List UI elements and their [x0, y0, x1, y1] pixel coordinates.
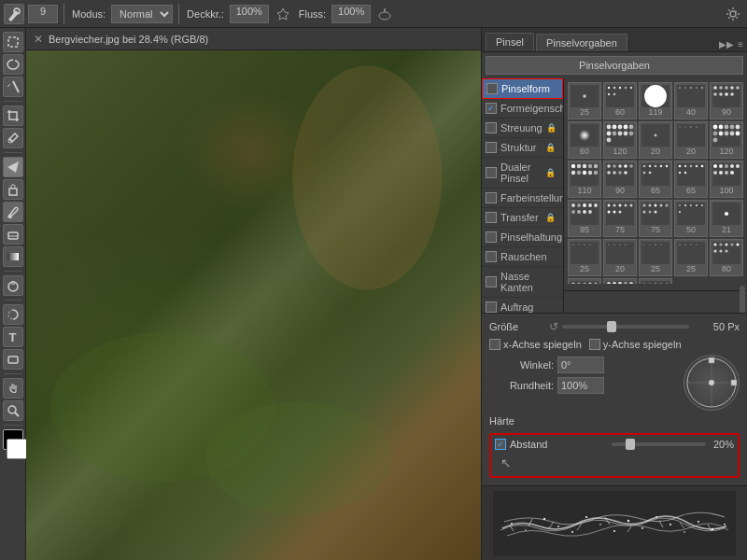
background-color[interactable]: [7, 439, 27, 459]
thumb-size-7: 20: [651, 147, 660, 156]
x-mirror-checkbox[interactable]: [489, 339, 500, 350]
settings-icon[interactable]: [723, 4, 743, 24]
tool-brush[interactable]: [3, 202, 23, 222]
brush-item-check-1[interactable]: ✓: [486, 103, 497, 114]
brush-thumb-8[interactable]: 20: [674, 121, 708, 159]
brush-item-check-2[interactable]: [486, 122, 497, 133]
brush-list-item-6[interactable]: Transfer🔒: [482, 208, 563, 228]
brush-thumb-11[interactable]: 90: [603, 161, 637, 198]
angle-input[interactable]: [557, 357, 604, 373]
spacing-checkbox[interactable]: ✓: [495, 439, 506, 450]
brush-thumb-5[interactable]: 60: [568, 121, 601, 159]
svg-point-113: [725, 171, 728, 175]
brush-item-lock-6: 🔒: [545, 213, 556, 222]
brush-thumb-1[interactable]: 60: [603, 82, 637, 119]
brush-thumb-24[interactable]: 80: [710, 239, 743, 276]
tool-heal[interactable]: [3, 157, 23, 177]
svg-point-83: [607, 164, 611, 168]
brush-thumb-4[interactable]: 90: [710, 82, 743, 119]
airbrush-icon[interactable]: [374, 4, 395, 24]
brush-thumb-15[interactable]: 95: [568, 200, 601, 237]
brush-item-check-8[interactable]: [486, 251, 497, 262]
tool-text[interactable]: T: [3, 327, 23, 347]
tool-select-rect[interactable]: [3, 32, 23, 52]
brush-thumb-23[interactable]: 25: [674, 239, 708, 276]
brush-thumb-7[interactable]: 20: [639, 121, 672, 159]
tool-shape[interactable]: [3, 349, 23, 370]
brush-thumb-13[interactable]: 65: [674, 161, 708, 198]
brush-item-check-6[interactable]: [486, 212, 497, 223]
brush-thumb-3[interactable]: 40: [674, 82, 708, 119]
y-mirror-label[interactable]: y-Achse spiegeln: [589, 339, 682, 350]
deckkr-input[interactable]: 100%: [230, 5, 269, 23]
brush-thumb-17[interactable]: 75: [639, 200, 672, 237]
brush-list-item-9[interactable]: Nasse Kanten: [482, 267, 563, 298]
brush-thumb-2[interactable]: 119: [639, 82, 672, 119]
svg-point-107: [719, 164, 723, 168]
brush-list-item-1[interactable]: ✓Formeigenschaften🔒: [482, 99, 563, 119]
brush-list-item-3[interactable]: Struktur🔒: [482, 138, 563, 158]
scrollbar-thumb[interactable]: [740, 286, 745, 313]
tab-pinselvorgaben[interactable]: Pinselvorgaben: [536, 34, 627, 51]
angle-widget[interactable]: [684, 355, 740, 411]
size-slider-thumb[interactable]: [607, 321, 616, 332]
spacing-slider[interactable]: [612, 442, 706, 446]
x-mirror-label[interactable]: x-Achse spiegeln: [489, 339, 582, 350]
thumb-svg-5: [571, 124, 599, 147]
brush-item-check-4[interactable]: [486, 167, 497, 178]
brush-list-item-5[interactable]: Farbeinstellungen🔒: [482, 189, 563, 208]
refresh-icon[interactable]: ↺: [549, 320, 558, 333]
brush-thumb-14[interactable]: 100: [710, 161, 743, 198]
brush-list-item-2[interactable]: Streuung🔒: [482, 119, 563, 138]
brush-thumb-6[interactable]: 120: [603, 121, 637, 159]
modus-select[interactable]: Normal: [111, 5, 173, 23]
brush-item-check-10[interactable]: [486, 301, 497, 313]
brush-thumb-9[interactable]: 120: [710, 121, 743, 159]
brush-list-item-10[interactable]: Auftrag: [482, 298, 563, 313]
brush-size-input[interactable]: 9: [28, 5, 58, 23]
tool-eyedrop[interactable]: [3, 128, 23, 148]
presets-button[interactable]: Pinselvorgaben: [486, 56, 743, 75]
brush-tool-icon[interactable]: [4, 4, 24, 24]
y-mirror-checkbox[interactable]: [589, 339, 600, 350]
brush-item-check-5[interactable]: [486, 192, 497, 203]
brush-thumb-19[interactable]: 21: [710, 200, 743, 237]
brush-thumb-22[interactable]: 25: [639, 239, 672, 276]
brush-list-item-7[interactable]: Pinselhaltung🔒: [482, 228, 563, 247]
tool-stamp[interactable]: [3, 179, 23, 200]
svg-point-137: [643, 211, 646, 214]
brush-thumb-21[interactable]: 20: [603, 239, 637, 276]
brush-item-check-9[interactable]: [486, 276, 497, 287]
tool-zoom[interactable]: [3, 400, 23, 421]
brush-thumb-10[interactable]: 110: [568, 161, 601, 198]
tab-pinsel[interactable]: Pinsel: [486, 33, 534, 51]
size-slider[interactable]: [562, 325, 689, 329]
brush-thumb-20[interactable]: 25: [568, 239, 601, 276]
tool-pen[interactable]: [3, 304, 23, 325]
tool-gradient[interactable]: [3, 246, 23, 267]
brush-thumb-18[interactable]: 50: [674, 200, 708, 237]
spacing-slider-thumb[interactable]: [626, 439, 635, 450]
tool-magic-wand[interactable]: [3, 77, 23, 97]
brush-item-label-4: Dualer Pinsel: [500, 161, 542, 184]
panel-menu-icon[interactable]: ≡: [738, 39, 743, 49]
canvas-image[interactable]: [26, 50, 481, 560]
fluss-input[interactable]: 100%: [331, 5, 371, 23]
tool-dodge[interactable]: [3, 275, 23, 296]
brush-thumb-0[interactable]: 25: [568, 82, 601, 119]
brush-list-item-8[interactable]: Rauschen: [482, 247, 563, 267]
brush-list-item-4[interactable]: Dualer Pinsel🔒: [482, 158, 563, 189]
brush-thumb-16[interactable]: 75: [603, 200, 637, 237]
canvas-close-btn[interactable]: ✕: [34, 33, 43, 46]
brush-thumb-12[interactable]: 65: [639, 161, 672, 198]
tool-lasso[interactable]: [3, 54, 23, 75]
brush-item-check-0[interactable]: [486, 83, 498, 94]
tool-hand[interactable]: [3, 378, 23, 399]
brush-item-check-3[interactable]: [486, 142, 497, 153]
roundness-input[interactable]: [557, 377, 604, 394]
tool-eraser[interactable]: [3, 224, 23, 245]
tool-crop[interactable]: [3, 105, 23, 126]
panel-arrow-icon[interactable]: ▶▶: [719, 39, 734, 49]
brush-list-item-0[interactable]: Pinselform: [482, 78, 563, 99]
brush-item-check-7[interactable]: [486, 231, 497, 243]
